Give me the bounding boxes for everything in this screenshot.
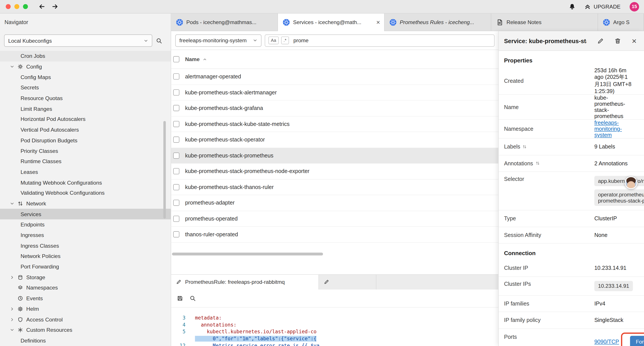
row-checkbox[interactable]	[173, 105, 179, 111]
detail-value: 9 Labels	[594, 144, 632, 150]
pencil-icon	[324, 280, 329, 285]
sidebar-item-label: Helm	[26, 306, 39, 312]
forward-button[interactable]: Forward...	[630, 336, 644, 346]
sidebar-item-endpoints[interactable]: Endpoints	[0, 219, 171, 230]
swap-icon[interactable]	[536, 161, 540, 165]
row-checkbox[interactable]	[173, 137, 179, 143]
sidebar-item-label: Pod Disruption Budgets	[20, 137, 78, 143]
tab-services-icecheng-math[interactable]: Services - icecheng@math... ×	[278, 13, 385, 31]
navigator-scrollbar[interactable]	[163, 121, 166, 219]
clock-icon	[18, 296, 23, 301]
row-checkbox[interactable]	[173, 121, 179, 127]
row-checkbox[interactable]	[173, 200, 179, 206]
regex-toggle[interactable]: .*	[281, 36, 289, 44]
sidebar-item-events[interactable]: Events	[0, 293, 171, 304]
select-all-checkbox[interactable]	[173, 56, 179, 62]
namespace-filter-select[interactable]: freeleaps-monitoring-system	[175, 34, 262, 46]
row-checkbox[interactable]	[173, 232, 179, 238]
dock-tab-next[interactable]	[319, 275, 376, 289]
user-avatar[interactable]	[625, 176, 638, 189]
notifications-bell-icon[interactable]	[569, 3, 576, 10]
detail-value: ClusterIP	[594, 216, 632, 222]
namespace-link[interactable]: freeleaps-monitoring-system	[594, 120, 632, 138]
kubeconfig-select[interactable]: Local Kubeconfigs	[4, 34, 152, 47]
close-details-icon[interactable]: ×	[632, 37, 636, 45]
resource-search-input[interactable]: Aa .* prome	[265, 34, 495, 46]
pencil-icon	[176, 280, 181, 285]
sidebar-item-access-control[interactable]: Access Control	[0, 314, 171, 325]
upgrade-button[interactable]: UPGRADE	[584, 3, 620, 10]
navigator-search-icon[interactable]	[156, 37, 162, 43]
detail-row-annotations: Annotations2 Annotations	[499, 155, 644, 172]
sidebar-item-definitions[interactable]: Definitions	[0, 335, 171, 346]
sidebar-item-ingress-classes[interactable]: Ingress Classes	[0, 240, 171, 251]
sidebar-item-mutating-webhook-configurations[interactable]: Mutating Webhook Configurations	[0, 177, 171, 188]
sidebar-item-pod-disruption-budgets[interactable]: Pod Disruption Budgets	[0, 135, 171, 146]
sidebar-item-leases[interactable]: Leases	[0, 167, 171, 177]
sidebar-item-cron-jobs[interactable]: Cron Jobs	[0, 51, 171, 61]
zoom-window-button[interactable]	[23, 4, 28, 9]
sidebar-item-resource-quotas[interactable]: Resource Quotas	[0, 93, 171, 104]
tab-prometheus-rules-icecheng[interactable]: Prometheus Rules - icecheng...	[385, 13, 492, 31]
dock-tab-prometheusrule-freeleaps-prod-rabbitmq[interactable]: PrometheusRule: freeleaps-prod-rabbitmq	[171, 275, 319, 289]
sidebar-item-horizontal-pod-autoscalers[interactable]: Horizontal Pod Autoscalers	[0, 114, 171, 125]
row-checkbox[interactable]	[173, 89, 179, 95]
row-checkbox[interactable]	[173, 152, 179, 159]
sidebar-item-label: Cron Jobs	[20, 53, 45, 59]
detail-label: Name	[504, 104, 594, 110]
edit-resource-icon[interactable]	[597, 37, 604, 44]
service-name: kube-prometheus-stack-prometheus-node-ex…	[185, 168, 309, 174]
sidebar-item-network[interactable]: Network	[0, 198, 171, 209]
close-tab-icon[interactable]: ×	[376, 19, 380, 26]
shield-icon	[18, 317, 23, 322]
sidebar-item-vertical-pod-autoscalers[interactable]: Vertical Pod Autoscalers	[0, 125, 171, 135]
sidebar-item-label: Endpoints	[20, 222, 45, 228]
port-link[interactable]: 9090/TCP	[594, 339, 619, 345]
sidebar-item-label: Definitions	[20, 338, 46, 344]
sidebar-item-port-forwarding[interactable]: Port Forwarding	[0, 262, 171, 272]
chevron-right-icon	[10, 275, 14, 280]
navigator-panel: Navigator Local Kubeconfigs Cron JobsCon…	[0, 13, 171, 346]
editor-search-icon[interactable]	[190, 295, 196, 301]
detail-row-labels: Labels9 Labels	[499, 139, 644, 155]
sidebar-item-custom-resources[interactable]: Custom Resources	[0, 325, 171, 335]
horizontal-scrollbar[interactable]	[172, 253, 323, 255]
tab-label: Release Notes	[506, 19, 594, 25]
sidebar-item-config[interactable]: Config	[0, 61, 171, 72]
sidebar-item-ingresses[interactable]: Ingresses	[0, 230, 171, 240]
row-checkbox[interactable]	[173, 184, 179, 190]
notification-count-badge[interactable]: 15	[630, 2, 639, 11]
sidebar-item-secrets[interactable]: Secrets	[0, 82, 171, 93]
delete-resource-icon[interactable]	[615, 37, 621, 44]
sidebar-item-priority-classes[interactable]: Priority Classes	[0, 146, 171, 156]
chevron-right-icon	[10, 307, 14, 311]
sidebar-item-limit-ranges[interactable]: Limit Ranges	[0, 104, 171, 114]
navigator-tree: Cron JobsConfigConfig MapsSecretsResourc…	[0, 50, 171, 346]
history-forward-icon[interactable]	[52, 3, 58, 10]
kubernetes-icon	[390, 19, 396, 26]
name-column-header[interactable]: Name	[185, 56, 200, 62]
tab-label: Prometheus Rules - icecheng...	[400, 19, 487, 25]
detail-value: 253d 16h 6m ago (2025年1月13日 GMT+8 1:25:3…	[594, 67, 632, 94]
sidebar-item-network-policies[interactable]: Network Policies	[0, 251, 171, 262]
sidebar-item-runtime-classes[interactable]: Runtime Classes	[0, 156, 171, 167]
sidebar-item-namespaces[interactable]: Namespaces	[0, 283, 171, 293]
close-window-button[interactable]	[6, 4, 10, 9]
history-back-icon[interactable]	[38, 3, 45, 10]
match-case-toggle[interactable]: Aa	[268, 36, 279, 44]
sidebar-item-validating-webhook-configurations[interactable]: Validating Webhook Configurations	[0, 188, 171, 198]
sidebar-item-config-maps[interactable]: Config Maps	[0, 72, 171, 82]
row-checkbox[interactable]	[173, 74, 179, 80]
save-icon[interactable]	[177, 295, 183, 301]
tab-pods-icecheng-mathmas[interactable]: Pods - icecheng@mathmas...	[171, 13, 278, 31]
row-checkbox[interactable]	[173, 216, 179, 222]
tab-argo-s[interactable]: Argo S	[598, 13, 644, 31]
sidebar-item-storage[interactable]: Storage	[0, 272, 171, 283]
details-title: Service: kube-prometheus-stack-prometheu…	[504, 37, 586, 44]
tab-release-notes[interactable]: Release Notes	[491, 13, 598, 31]
swap-icon[interactable]	[523, 145, 527, 149]
sidebar-item-helm[interactable]: Helm	[0, 304, 171, 314]
minimize-window-button[interactable]	[14, 4, 19, 9]
sidebar-item-services[interactable]: Services	[0, 209, 171, 219]
row-checkbox[interactable]	[173, 168, 179, 174]
